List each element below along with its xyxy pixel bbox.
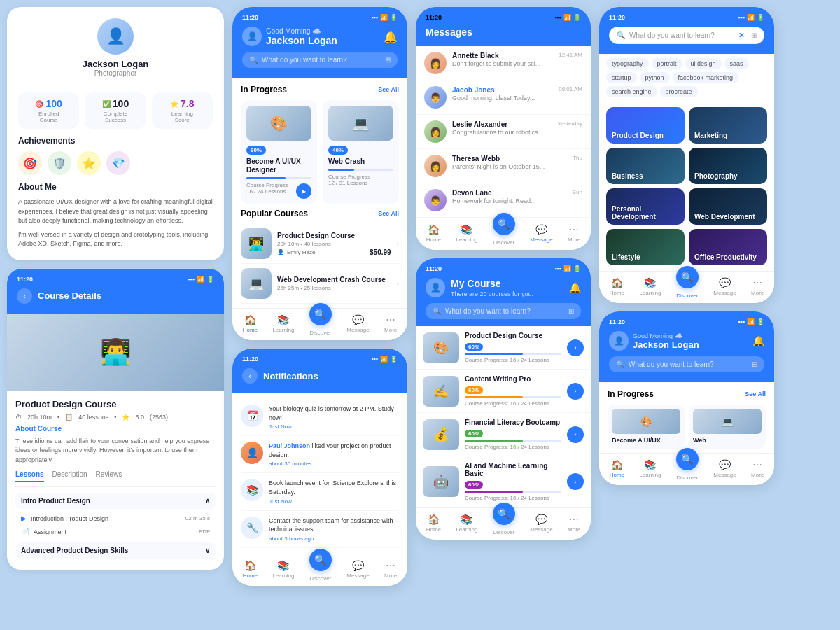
- nav-discover[interactable]: 🔍 Discover: [309, 314, 332, 336]
- search-message-icon: 💬: [719, 277, 731, 288]
- filter-icon[interactable]: ⊞: [385, 56, 391, 64]
- cat-marketing[interactable]: Marketing: [689, 107, 767, 144]
- search-clear-icon[interactable]: ✕: [738, 31, 744, 39]
- home2-search[interactable]: 🔍 What do you want to learn? ⊞: [609, 356, 764, 372]
- mc-nav-discover[interactable]: 🔍 Discover: [493, 514, 515, 536]
- search-nav-more[interactable]: ⋯ More: [751, 277, 764, 299]
- stats-row: 🎯 100 EnrolledCourse ✅ 100 CompleteSucce…: [18, 92, 213, 129]
- msg-nav-discover[interactable]: 🔍 Discover: [493, 224, 515, 246]
- lesson-item-1[interactable]: ▶ Introduction Product Design 02 m 35 s: [15, 512, 216, 525]
- home2-filter-icon[interactable]: ⊞: [752, 360, 757, 368]
- tag-python[interactable]: python: [640, 72, 670, 83]
- tag-saas[interactable]: saas: [724, 58, 749, 69]
- msg-preview-3: Congratulations to our robotics.: [452, 129, 552, 136]
- course-title: Product Design Course: [15, 399, 216, 410]
- mc-nav-home[interactable]: 🏠 Home: [426, 514, 441, 536]
- popular-item-1[interactable]: 👨‍💻 Product Design Course 20h 10m • 40 l…: [241, 224, 399, 264]
- nav-more[interactable]: ⋯ More: [384, 314, 397, 336]
- cat-photography[interactable]: Photography: [689, 148, 767, 184]
- msg-nav-learning[interactable]: 📚 Learning: [456, 224, 477, 246]
- cat-lifestyle[interactable]: Lifestyle: [606, 229, 685, 265]
- course-arrow-1[interactable]: ›: [567, 340, 584, 356]
- mini-card-2[interactable]: 💻 Web: [689, 405, 766, 449]
- tag-uidesign[interactable]: ui design: [685, 58, 722, 69]
- tag-fbmarketing[interactable]: facebook marketing: [673, 72, 739, 83]
- cat-personal-dev[interactable]: Personal Development: [606, 188, 685, 225]
- home-search-bar[interactable]: 🔍 What do you want to learn? ⊞: [242, 52, 398, 68]
- cat-web-dev[interactable]: Web Development: [689, 188, 767, 225]
- lesson-item-2[interactable]: 📄 Assignment PDF: [15, 525, 216, 538]
- search-nav-learning[interactable]: 📚 Learning: [639, 277, 661, 299]
- my-course-search[interactable]: 🔍 What do you want to learn? ⊞: [426, 303, 581, 319]
- progress-card-1[interactable]: 🎨 60% Become A UI/UX Designer Course Pro…: [241, 100, 317, 204]
- tab-lessons[interactable]: Lessons: [15, 470, 44, 482]
- tab-reviews[interactable]: Reviews: [96, 470, 122, 482]
- nav-home[interactable]: 🏠 Home: [243, 314, 258, 336]
- search-wifi: 📶: [747, 14, 755, 21]
- home2-nav-discover[interactable]: 🔍 Discover: [676, 459, 699, 481]
- see-all-progress[interactable]: See All: [378, 86, 399, 93]
- my-course-bell[interactable]: 🔔: [569, 282, 581, 293]
- home2-nav-message[interactable]: 💬 Message: [713, 459, 736, 481]
- course-arrow-4[interactable]: ›: [567, 473, 584, 490]
- notif-nav-message[interactable]: 💬 Message: [346, 560, 369, 582]
- home2-bell[interactable]: 🔔: [752, 335, 764, 346]
- mc-nav-message[interactable]: 💬 Message: [530, 514, 552, 536]
- search-discover-lbl: Discover: [676, 293, 698, 299]
- nav-message[interactable]: 💬 Message: [346, 314, 369, 336]
- tag-typography[interactable]: typography: [606, 58, 649, 69]
- search-input-bar[interactable]: 🔍 What do you want to learn? ✕ ⊞: [609, 27, 764, 44]
- course-list-item-4[interactable]: 🤖 AI and Machine Learning Basic 60% Cour…: [416, 456, 591, 507]
- tag-searchengine[interactable]: search engine: [606, 86, 657, 97]
- play-button-1[interactable]: ▶: [296, 183, 312, 199]
- home2-nav-home[interactable]: 🏠 Home: [610, 459, 624, 481]
- home2-see-all[interactable]: See All: [745, 391, 766, 398]
- nav-learning[interactable]: 📚 Learning: [272, 314, 294, 336]
- cat-business[interactable]: Business: [606, 148, 685, 184]
- search-filter-icon[interactable]: ⊞: [751, 31, 757, 39]
- back-button[interactable]: ‹: [17, 288, 32, 304]
- tab-description[interactable]: Description: [52, 470, 88, 482]
- cat-product-design[interactable]: Product Design: [606, 107, 685, 144]
- notif-nav-home[interactable]: 🏠 Home: [243, 560, 258, 582]
- tag-startup[interactable]: startup: [606, 72, 637, 83]
- course-arrow-3[interactable]: ›: [567, 426, 584, 443]
- popular-item-2[interactable]: 💻 Web Development Crash Course 26h 25m •…: [241, 264, 399, 304]
- msg-item-1[interactable]: 👩 Annette Black Don't forget to submit y…: [416, 46, 591, 80]
- see-all-popular[interactable]: See All: [378, 210, 399, 217]
- msg-item-2[interactable]: 👨 Jacob Jones Good morning, class! Today…: [416, 80, 591, 115]
- msg-nav-home[interactable]: 🏠 Home: [426, 224, 441, 246]
- msg-nav-more[interactable]: ⋯ More: [568, 224, 580, 246]
- search-nav-discover[interactable]: 🔍 Discover: [676, 277, 699, 299]
- cat-office[interactable]: Office Productivity: [689, 229, 767, 265]
- mini-card-1[interactable]: 🎨 Become A UI/UX: [608, 405, 685, 449]
- home2-nav-more[interactable]: ⋯ More: [751, 459, 764, 481]
- msg-item-4[interactable]: 👩 Theresa Webb Parents' Night is on Octo…: [416, 149, 591, 183]
- mc-nav-more[interactable]: ⋯ More: [568, 514, 580, 536]
- pop-meta-1: 20h 10m • 40 lessons: [277, 241, 391, 247]
- instructor-avatar-1: 👤: [277, 249, 284, 255]
- progress-card-2[interactable]: 💻 40% Web Crash Course Progress12 / 31 L…: [323, 100, 399, 204]
- my-course-filter[interactable]: ⊞: [568, 307, 574, 315]
- notif-nav-learning[interactable]: 📚 Learning: [272, 560, 294, 582]
- tag-procreate[interactable]: procreate: [660, 86, 698, 97]
- mc-nav-learning[interactable]: 📚 Learning: [456, 514, 477, 536]
- tag-portrait[interactable]: portrait: [652, 58, 682, 69]
- notification-bell[interactable]: 🔔: [384, 30, 398, 43]
- notif-nav-more[interactable]: ⋯ More: [384, 560, 397, 582]
- search-nav-message[interactable]: 💬 Message: [713, 277, 736, 299]
- expand-icon[interactable]: ∨: [205, 547, 210, 554]
- home2-nav-learning[interactable]: 📚 Learning: [639, 459, 661, 481]
- course-list-item-3[interactable]: 💰 Financial Literacy Bootcamp 60% Course…: [416, 413, 591, 456]
- msg-item-3[interactable]: 👩 Leslie Alexander Congratulations to ou…: [416, 115, 591, 149]
- search-nav-home[interactable]: 🏠 Home: [610, 277, 624, 299]
- course-list-info-2: Content Writing Pro 60% Course Progress:…: [465, 375, 561, 407]
- notif-back-button[interactable]: ‹: [242, 368, 258, 384]
- course-list-item-1[interactable]: 🎨 Product Design Course 60% Course Progr…: [416, 326, 591, 370]
- course-list-item-2[interactable]: ✍️ Content Writing Pro 60% Course Progre…: [416, 370, 591, 413]
- notif-nav-discover[interactable]: 🔍 Discover: [309, 560, 332, 582]
- course-arrow-2[interactable]: ›: [567, 383, 584, 400]
- collapse-icon[interactable]: ∧: [205, 497, 210, 505]
- about-course-link[interactable]: About Course: [15, 425, 216, 433]
- msg-nav-message[interactable]: 💬 Message: [530, 224, 552, 246]
